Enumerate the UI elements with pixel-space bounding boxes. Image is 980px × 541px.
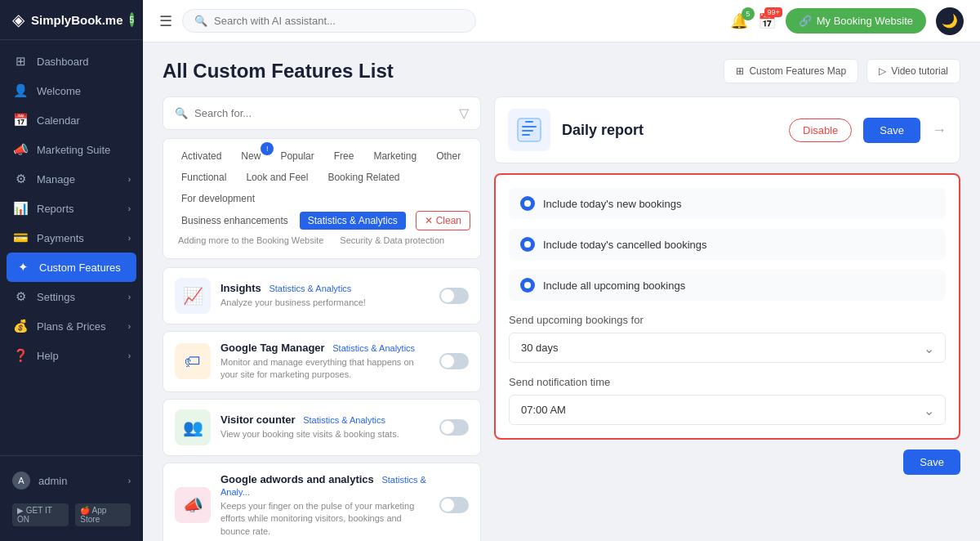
sidebar-item-welcome[interactable]: 👤 Welcome: [0, 76, 143, 105]
manage-chevron: ›: [128, 175, 131, 184]
page-content: All Custom Features List ⊞ Custom Featur…: [143, 42, 980, 541]
sidebar-item-dashboard[interactable]: ⊞ Dashboard: [0, 47, 143, 76]
visitor-toggle[interactable]: [439, 419, 469, 436]
booking-website-button[interactable]: 🔗 My Booking Website: [786, 8, 926, 34]
insights-desc: Analyze your business performance!: [220, 297, 430, 309]
gtm-toggle-switch[interactable]: [439, 353, 469, 369]
reports-icon: 📊: [12, 201, 29, 216]
tab-activated[interactable]: Activated: [173, 147, 229, 165]
tab-booking-related[interactable]: Booking Related: [319, 168, 408, 186]
left-panel: 🔍 ▽ Activated New ! Popular Free Marketi…: [163, 96, 481, 541]
tab-security[interactable]: Security & Data protection: [335, 234, 449, 247]
tab-marketing[interactable]: Marketing: [365, 147, 425, 165]
disable-button[interactable]: Disable: [789, 118, 852, 142]
video-tutorial-button[interactable]: ▷ Video tutorial: [866, 59, 960, 83]
tab-look-feel[interactable]: Look and Feel: [238, 168, 316, 186]
logo-badge: 5: [130, 12, 135, 27]
logo-icon: ◈: [12, 10, 24, 29]
filter-row-2: Functional Look and Feel Booking Related…: [173, 168, 470, 208]
google-play-badge[interactable]: ▶ GET IT ON: [12, 503, 69, 526]
save-button-bottom[interactable]: Save: [903, 449, 960, 475]
search-input[interactable]: [214, 15, 464, 27]
custom-icon: ✦: [15, 260, 31, 275]
page-header: All Custom Features List ⊞ Custom Featur…: [163, 59, 960, 83]
right-panel: Daily report Disable Save → Include toda…: [494, 96, 960, 541]
welcome-icon: 👤: [12, 83, 29, 98]
sidebar-item-calendar[interactable]: 📅 Calendar: [0, 105, 143, 135]
search-bar[interactable]: 🔍: [182, 9, 476, 33]
sidebar-item-custom[interactable]: ✦ Custom Features: [7, 253, 136, 282]
tab-new[interactable]: New !: [233, 147, 269, 165]
theme-toggle-button[interactable]: 🌙: [936, 7, 964, 35]
sidebar-item-reports[interactable]: 📊 Reports ›: [0, 194, 143, 223]
sidebar-item-settings[interactable]: ⚙ Settings ›: [0, 282, 143, 311]
sidebar-item-admin[interactable]: A admin ›: [0, 464, 143, 497]
tab-stats[interactable]: Statistics & Analytics: [300, 212, 406, 230]
plans-chevron: ›: [128, 322, 131, 331]
sidebar-apps: ▶ GET IT ON 🍎 App Store: [0, 497, 143, 533]
tab-business[interactable]: Business enhancements: [173, 212, 296, 230]
filter-icon[interactable]: ▽: [459, 105, 469, 121]
menu-icon[interactable]: ☰: [159, 12, 172, 30]
visitor-toggle-switch[interactable]: [439, 419, 469, 436]
checkbox-new-label: Include today's new bookings: [543, 198, 681, 210]
tab-popular[interactable]: Popular: [272, 147, 322, 165]
booking-icon: 🔗: [799, 15, 812, 27]
manage-icon: ⚙: [12, 172, 29, 186]
gtm-toggle[interactable]: [439, 353, 469, 369]
notification-select[interactable]: 06:00 AM 07:00 AM 08:00 AM 09:00 AM: [509, 395, 946, 425]
feature-card-gtm[interactable]: 🏷 Google Tag Manager Statistics & Analyt…: [163, 331, 481, 392]
admin-icon: A: [12, 472, 30, 490]
daily-report-icon: [508, 109, 550, 151]
tab-dev[interactable]: For development: [173, 190, 263, 208]
sidebar-item-marketing[interactable]: 📣 Marketing Suite: [0, 135, 143, 164]
visitor-name-row: Visitor counter Statistics & Analytics: [220, 414, 430, 426]
tab-adding[interactable]: Adding more to the Booking Website: [173, 234, 328, 247]
content-area: 🔍 ▽ Activated New ! Popular Free Marketi…: [163, 96, 960, 541]
dashboard-icon: ⊞: [12, 54, 29, 69]
marketing-icon: 📣: [12, 142, 29, 157]
feature-card-adwords[interactable]: 📣 Google adwords and analytics Statistic…: [163, 463, 481, 541]
notification-badge: 5: [742, 7, 755, 20]
feature-card-visitor[interactable]: 👥 Visitor counter Statistics & Analytics…: [163, 399, 481, 456]
arrow-icon[interactable]: →: [932, 122, 947, 139]
notification-label: Send notification time: [509, 376, 946, 388]
checkbox-cancelled-icon[interactable]: [520, 237, 535, 252]
sidebar-item-help[interactable]: ❓ Help ›: [0, 341, 143, 370]
adwords-info: Google adwords and analytics Statistics …: [220, 473, 430, 538]
sidebar-item-plans[interactable]: 💰 Plans & Prices ›: [0, 311, 143, 341]
checkbox-upcoming-icon[interactable]: [520, 278, 535, 293]
feature-card-insights[interactable]: 📈 Insights Statistics & Analytics Analyz…: [163, 267, 481, 324]
adwords-toggle[interactable]: [439, 497, 469, 513]
clean-button[interactable]: ✕ Clean: [416, 211, 470, 230]
insights-toggle[interactable]: [439, 288, 469, 304]
notification-button[interactable]: 🔔 5: [730, 12, 748, 30]
filter-tabs: Activated New ! Popular Free Marketing O…: [163, 138, 481, 259]
checkbox-new-icon[interactable]: [520, 196, 535, 211]
app-store-badge[interactable]: 🍎 App Store: [75, 503, 131, 526]
tab-other[interactable]: Other: [428, 147, 469, 165]
insights-name: Insights Statistics & Analytics: [220, 282, 430, 294]
main-content: ☰ 🔍 🔔 5 📅 99+ 🔗 My Booking Website 🌙 All…: [143, 0, 980, 541]
help-chevron: ›: [128, 351, 131, 360]
feature-search-input[interactable]: [194, 107, 452, 119]
upcoming-select[interactable]: 7 days 14 days 30 days 60 days: [509, 333, 946, 363]
notification-setting: Send notification time 06:00 AM 07:00 AM…: [509, 376, 946, 425]
gtm-icon: 🏷: [175, 343, 211, 379]
sidebar-item-manage[interactable]: ⚙ Manage ›: [0, 164, 143, 194]
insights-info: Insights Statistics & Analytics Analyze …: [220, 282, 430, 309]
insights-toggle-switch[interactable]: [439, 288, 469, 304]
save-button-top[interactable]: Save: [863, 118, 920, 143]
adwords-toggle-switch[interactable]: [439, 497, 469, 513]
tab-functional[interactable]: Functional: [173, 168, 234, 186]
custom-features-map-button[interactable]: ⊞ Custom Features Map: [724, 59, 858, 83]
calendar-button[interactable]: 📅 99+: [758, 12, 776, 30]
clean-icon: ✕: [425, 215, 433, 226]
topbar-right: 🔔 5 📅 99+ 🔗 My Booking Website 🌙: [730, 7, 964, 35]
checkbox-upcoming-bookings: Include all upcoming bookings: [509, 270, 946, 301]
visitor-info: Visitor counter Statistics & Analytics V…: [220, 414, 430, 440]
tab-free[interactable]: Free: [326, 147, 363, 165]
sidebar-item-payments[interactable]: 💳 Payments ›: [0, 223, 143, 253]
gtm-desc: Monitor and manage everything that happe…: [220, 356, 430, 382]
checkbox-cancelled-label: Include today's cancelled bookings: [543, 239, 707, 251]
